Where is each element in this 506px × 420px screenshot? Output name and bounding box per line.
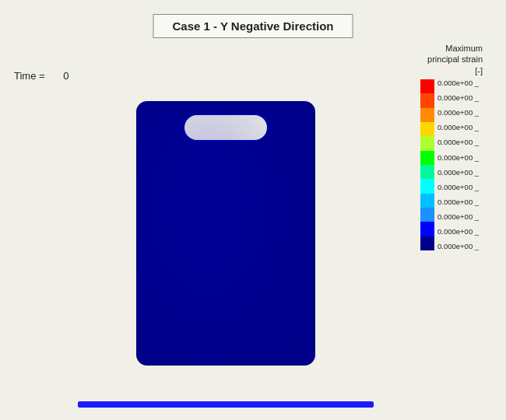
color-segment-2 xyxy=(420,108,434,122)
color-segment-8 xyxy=(420,194,434,208)
ground-surface xyxy=(78,401,374,408)
legend-label-6: 0.000e+00 _ xyxy=(437,169,479,177)
legend-label-7: 0.000e+00 _ xyxy=(437,184,479,191)
simulation-title: Case 1 - Y Negative Direction xyxy=(153,14,353,38)
color-segment-5 xyxy=(420,151,434,165)
legend-label-0: 0.000e+00 _ xyxy=(437,79,479,87)
legend-title: Maximum principal strain [-] xyxy=(420,43,483,76)
legend-label-5: 0.000e+00 _ xyxy=(437,154,479,162)
legend-label-10: 0.000e+00 _ xyxy=(437,228,479,236)
screw-4 xyxy=(149,250,154,256)
color-legend: Maximum principal strain [-] 0.000e+00 _… xyxy=(420,43,483,250)
screw-8 xyxy=(149,340,154,345)
color-segment-10 xyxy=(420,222,434,236)
screw-2 xyxy=(149,204,154,209)
color-segment-6 xyxy=(420,165,434,179)
legend-labels: 0.000e+00 _0.000e+00 _0.000e+00 _0.000e+… xyxy=(437,79,479,250)
screw-0 xyxy=(149,156,154,161)
screw-5 xyxy=(297,250,303,256)
screw-1 xyxy=(297,156,303,161)
legend-label-2: 0.000e+00 _ xyxy=(437,109,479,117)
legend-label-3: 0.000e+00 _ xyxy=(437,124,479,131)
screw-3 xyxy=(297,204,303,209)
color-segment-7 xyxy=(420,179,434,193)
color-segment-1 xyxy=(420,93,434,107)
legend-label-8: 0.000e+00 _ xyxy=(437,198,479,206)
color-segment-4 xyxy=(420,136,434,150)
screw-7 xyxy=(297,297,303,303)
color-bar xyxy=(420,79,434,250)
screw-9 xyxy=(297,340,303,345)
legend-label-1: 0.000e+00 _ xyxy=(437,94,479,102)
legend-label-9: 0.000e+00 _ xyxy=(437,213,479,221)
legend-label-4: 0.000e+00 _ xyxy=(437,138,479,146)
color-segment-3 xyxy=(420,122,434,136)
color-segment-9 xyxy=(420,208,434,222)
legend-label-11: 0.000e+00 _ xyxy=(437,243,479,250)
screw-6 xyxy=(149,297,154,303)
device-model xyxy=(136,101,315,381)
legend-body: 0.000e+00 _0.000e+00 _0.000e+00 _0.000e+… xyxy=(420,79,483,250)
device-body xyxy=(136,101,315,366)
color-segment-0 xyxy=(420,79,434,93)
color-segment-11 xyxy=(420,236,434,250)
handle-cutout xyxy=(183,114,269,142)
